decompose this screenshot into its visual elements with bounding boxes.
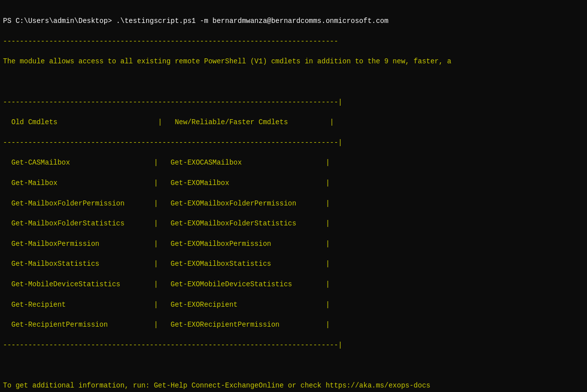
blank-line-1 xyxy=(3,77,584,87)
blank-line-2 xyxy=(3,360,584,370)
table-row-9: Get-RecipientPermission | Get-EXORecipie… xyxy=(3,320,584,330)
info-line: To get additional information, run: Get-… xyxy=(3,381,584,391)
separator-4: ----------------------------------------… xyxy=(3,340,584,350)
table-header-row: Old Cmdlets | New/Reliable/Faster Cmdlet… xyxy=(3,117,584,127)
table-row-4: Get-MailboxFolderStatistics | Get-EXOMai… xyxy=(3,218,584,228)
table-row-5: Get-MailboxPermission | Get-EXOMailboxPe… xyxy=(3,239,584,249)
table-row-3: Get-MailboxFolderPermission | Get-EXOMai… xyxy=(3,198,584,208)
separator-2: ----------------------------------------… xyxy=(3,97,584,107)
prompt-line: PS C:\Users\admin\Desktop> .\testingscri… xyxy=(3,16,584,26)
table-row-7: Get-MobileDeviceStatistics | Get-EXOMobi… xyxy=(3,279,584,289)
module-desc: The module allows access to all existing… xyxy=(3,56,584,66)
table-row-2: Get-Mailbox | Get-EXOMailbox | xyxy=(3,178,584,188)
separator-1: ----------------------------------------… xyxy=(3,36,584,46)
terminal-window: PS C:\Users\admin\Desktop> .\testingscri… xyxy=(2,4,585,392)
table-row-6: Get-MailboxStatistics | Get-EXOMailboxSt… xyxy=(3,259,584,269)
table-row-1: Get-CASMailbox | Get-EXOCASMailbox | xyxy=(3,158,584,168)
separator-3: ----------------------------------------… xyxy=(3,138,584,148)
table-row-8: Get-Recipient | Get-EXORecipient | xyxy=(3,300,584,310)
